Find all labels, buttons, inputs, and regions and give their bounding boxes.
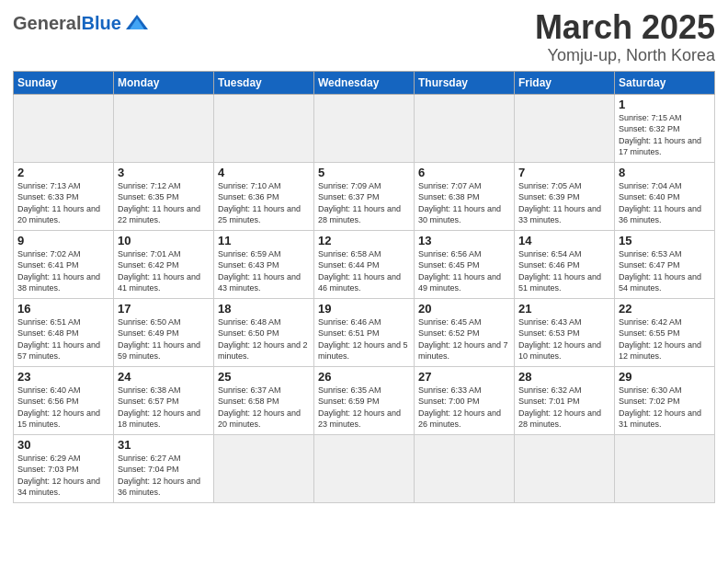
day-info: Sunrise: 7:12 AM Sunset: 6:35 PM Dayligh… bbox=[118, 180, 210, 226]
day-number: 31 bbox=[118, 438, 210, 452]
calendar-day-cell: 30Sunrise: 6:29 AM Sunset: 7:03 PM Dayli… bbox=[14, 434, 114, 502]
day-info: Sunrise: 6:56 AM Sunset: 6:45 PM Dayligh… bbox=[418, 248, 510, 294]
col-friday: Friday bbox=[515, 71, 615, 94]
day-number: 8 bbox=[619, 166, 711, 179]
calendar-day-cell: 3Sunrise: 7:12 AM Sunset: 6:35 PM Daylig… bbox=[114, 162, 214, 230]
day-info: Sunrise: 7:01 AM Sunset: 6:42 PM Dayligh… bbox=[118, 248, 210, 294]
calendar-day-cell: 21Sunrise: 6:43 AM Sunset: 6:53 PM Dayli… bbox=[515, 298, 615, 366]
calendar-day-cell: 12Sunrise: 6:58 AM Sunset: 6:44 PM Dayli… bbox=[314, 230, 415, 298]
day-number: 30 bbox=[17, 438, 109, 452]
title-block: March 2025 Yomju-up, North Korea bbox=[535, 9, 715, 65]
calendar-day-cell bbox=[314, 94, 415, 162]
day-info: Sunrise: 6:43 AM Sunset: 6:53 PM Dayligh… bbox=[518, 316, 610, 362]
col-sunday: Sunday bbox=[14, 71, 114, 94]
calendar-day-cell: 31Sunrise: 6:27 AM Sunset: 7:04 PM Dayli… bbox=[114, 434, 214, 502]
calendar-day-cell bbox=[515, 434, 615, 502]
day-info: Sunrise: 7:15 AM Sunset: 6:32 PM Dayligh… bbox=[619, 112, 711, 158]
day-info: Sunrise: 6:30 AM Sunset: 7:02 PM Dayligh… bbox=[619, 385, 711, 431]
day-info: Sunrise: 6:42 AM Sunset: 6:55 PM Dayligh… bbox=[619, 316, 711, 362]
day-info: Sunrise: 7:13 AM Sunset: 6:33 PM Dayligh… bbox=[17, 180, 109, 226]
day-number: 26 bbox=[318, 370, 410, 384]
col-tuesday: Tuesday bbox=[214, 71, 314, 94]
day-info: Sunrise: 6:32 AM Sunset: 7:01 PM Dayligh… bbox=[518, 385, 610, 431]
day-info: Sunrise: 6:40 AM Sunset: 6:56 PM Dayligh… bbox=[17, 385, 109, 431]
day-info: Sunrise: 6:59 AM Sunset: 6:43 PM Dayligh… bbox=[218, 248, 310, 294]
day-info: Sunrise: 7:05 AM Sunset: 6:39 PM Dayligh… bbox=[518, 180, 610, 226]
day-number: 9 bbox=[17, 234, 109, 247]
day-number: 6 bbox=[418, 166, 510, 179]
calendar-week-row: 9Sunrise: 7:02 AM Sunset: 6:41 PM Daylig… bbox=[14, 230, 715, 298]
calendar-day-cell: 27Sunrise: 6:33 AM Sunset: 7:00 PM Dayli… bbox=[415, 366, 515, 434]
day-number: 22 bbox=[619, 302, 711, 316]
calendar-day-cell: 7Sunrise: 7:05 AM Sunset: 6:39 PM Daylig… bbox=[515, 162, 615, 230]
calendar-day-cell: 9Sunrise: 7:02 AM Sunset: 6:41 PM Daylig… bbox=[14, 230, 114, 298]
calendar-day-cell: 13Sunrise: 6:56 AM Sunset: 6:45 PM Dayli… bbox=[415, 230, 515, 298]
day-number: 25 bbox=[218, 370, 310, 384]
calendar-week-row: 1Sunrise: 7:15 AM Sunset: 6:32 PM Daylig… bbox=[14, 94, 715, 162]
calendar-day-cell bbox=[114, 94, 214, 162]
month-title: March 2025 bbox=[535, 9, 715, 46]
calendar-day-cell bbox=[314, 434, 415, 502]
header: GeneralBlue March 2025 Yomju-up, North K… bbox=[13, 9, 715, 65]
calendar-day-cell: 14Sunrise: 6:54 AM Sunset: 6:46 PM Dayli… bbox=[515, 230, 615, 298]
day-number: 19 bbox=[318, 302, 410, 316]
calendar-day-cell: 6Sunrise: 7:07 AM Sunset: 6:38 PM Daylig… bbox=[415, 162, 515, 230]
calendar-day-cell bbox=[415, 434, 515, 502]
location-subtitle: Yomju-up, North Korea bbox=[535, 46, 715, 65]
calendar-day-cell: 10Sunrise: 7:01 AM Sunset: 6:42 PM Dayli… bbox=[114, 230, 214, 298]
col-thursday: Thursday bbox=[415, 71, 515, 94]
day-number: 5 bbox=[318, 166, 410, 179]
day-info: Sunrise: 6:37 AM Sunset: 6:58 PM Dayligh… bbox=[218, 385, 310, 431]
day-number: 15 bbox=[619, 234, 711, 247]
day-number: 4 bbox=[218, 166, 310, 179]
day-info: Sunrise: 6:38 AM Sunset: 6:57 PM Dayligh… bbox=[118, 385, 210, 431]
calendar-day-cell: 19Sunrise: 6:46 AM Sunset: 6:51 PM Dayli… bbox=[314, 298, 415, 366]
day-number: 13 bbox=[418, 234, 510, 247]
day-number: 20 bbox=[418, 302, 510, 316]
calendar-day-cell: 11Sunrise: 6:59 AM Sunset: 6:43 PM Dayli… bbox=[214, 230, 314, 298]
day-number: 17 bbox=[118, 302, 210, 316]
calendar-day-cell: 4Sunrise: 7:10 AM Sunset: 6:36 PM Daylig… bbox=[214, 162, 314, 230]
day-number: 23 bbox=[17, 370, 109, 384]
day-number: 21 bbox=[518, 302, 610, 316]
day-info: Sunrise: 6:46 AM Sunset: 6:51 PM Dayligh… bbox=[318, 316, 410, 362]
calendar-day-cell: 17Sunrise: 6:50 AM Sunset: 6:49 PM Dayli… bbox=[114, 298, 214, 366]
calendar-week-row: 30Sunrise: 6:29 AM Sunset: 7:03 PM Dayli… bbox=[14, 434, 715, 502]
day-info: Sunrise: 6:35 AM Sunset: 6:59 PM Dayligh… bbox=[318, 385, 410, 431]
day-number: 28 bbox=[518, 370, 610, 384]
day-number: 3 bbox=[118, 166, 210, 179]
logo-general-text: General bbox=[13, 14, 81, 32]
calendar-day-cell bbox=[214, 434, 314, 502]
day-info: Sunrise: 6:27 AM Sunset: 7:04 PM Dayligh… bbox=[118, 453, 210, 499]
calendar-day-cell bbox=[415, 94, 515, 162]
calendar-week-row: 23Sunrise: 6:40 AM Sunset: 6:56 PM Dayli… bbox=[14, 366, 715, 434]
calendar-day-cell bbox=[214, 94, 314, 162]
day-number: 18 bbox=[218, 302, 310, 316]
calendar-day-cell bbox=[14, 94, 114, 162]
calendar-week-row: 16Sunrise: 6:51 AM Sunset: 6:48 PM Dayli… bbox=[14, 298, 715, 366]
calendar-day-cell: 24Sunrise: 6:38 AM Sunset: 6:57 PM Dayli… bbox=[114, 366, 214, 434]
day-number: 10 bbox=[118, 234, 210, 247]
calendar-day-cell bbox=[615, 434, 715, 502]
col-monday: Monday bbox=[114, 71, 214, 94]
day-info: Sunrise: 6:33 AM Sunset: 7:00 PM Dayligh… bbox=[418, 385, 510, 431]
day-info: Sunrise: 6:45 AM Sunset: 6:52 PM Dayligh… bbox=[418, 316, 510, 362]
calendar-day-cell: 25Sunrise: 6:37 AM Sunset: 6:58 PM Dayli… bbox=[214, 366, 314, 434]
day-info: Sunrise: 7:02 AM Sunset: 6:41 PM Dayligh… bbox=[17, 248, 109, 294]
day-number: 27 bbox=[418, 370, 510, 384]
calendar-day-cell: 5Sunrise: 7:09 AM Sunset: 6:37 PM Daylig… bbox=[314, 162, 415, 230]
day-info: Sunrise: 6:53 AM Sunset: 6:47 PM Dayligh… bbox=[619, 248, 711, 294]
day-number: 12 bbox=[318, 234, 410, 247]
day-number: 2 bbox=[17, 166, 109, 179]
day-info: Sunrise: 6:29 AM Sunset: 7:03 PM Dayligh… bbox=[17, 453, 109, 499]
day-number: 29 bbox=[619, 370, 711, 384]
calendar-day-cell: 1Sunrise: 7:15 AM Sunset: 6:32 PM Daylig… bbox=[615, 94, 715, 162]
calendar-day-cell: 23Sunrise: 6:40 AM Sunset: 6:56 PM Dayli… bbox=[14, 366, 114, 434]
day-number: 14 bbox=[518, 234, 610, 247]
calendar-day-cell: 20Sunrise: 6:45 AM Sunset: 6:52 PM Dayli… bbox=[415, 298, 515, 366]
day-info: Sunrise: 7:07 AM Sunset: 6:38 PM Dayligh… bbox=[418, 180, 510, 226]
calendar-day-cell bbox=[515, 94, 615, 162]
calendar-day-cell: 18Sunrise: 6:48 AM Sunset: 6:50 PM Dayli… bbox=[214, 298, 314, 366]
day-info: Sunrise: 7:04 AM Sunset: 6:40 PM Dayligh… bbox=[619, 180, 711, 226]
calendar-day-cell: 29Sunrise: 6:30 AM Sunset: 7:02 PM Dayli… bbox=[615, 366, 715, 434]
